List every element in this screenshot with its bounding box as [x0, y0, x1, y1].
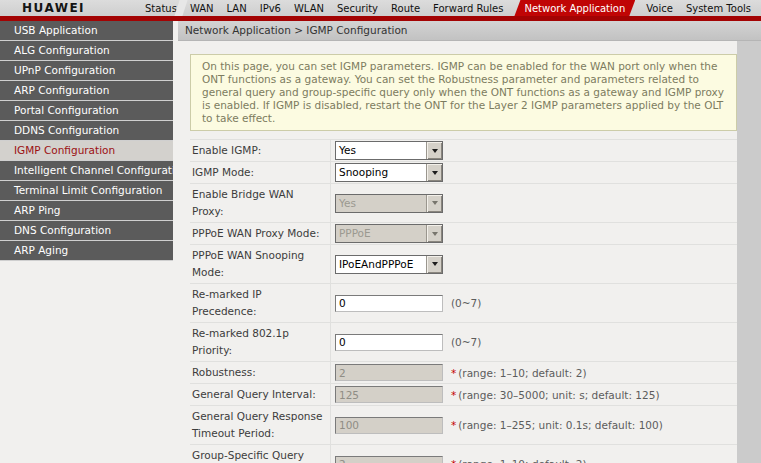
nav-tabs: StatusWANLANIPv6WLANSecurityRouteForward… — [143, 0, 761, 16]
dropdown-arrow-icon[interactable] — [426, 256, 442, 273]
general-query-interval-input — [335, 386, 443, 403]
chevron-down-icon — [432, 262, 438, 266]
enable-bridge-wan-proxy-select: Yes — [335, 194, 443, 213]
sidebar-item-dns-configuration[interactable]: DNS Configuration — [0, 221, 173, 241]
content-body: On this page, you can set IGMP parameter… — [178, 41, 761, 463]
field-control-cell: Yes — [330, 140, 737, 161]
field-label: Re-marked IP Precedence: — [190, 284, 330, 322]
required-asterisk: * — [451, 367, 456, 379]
tab-route[interactable]: Route — [389, 2, 422, 15]
sidebar-item-upnp-configuration[interactable]: UPnP Configuration — [0, 61, 173, 81]
field-label: IGMP Mode: — [190, 162, 330, 183]
main-layout: USB ApplicationALG ConfigurationUPnP Con… — [0, 21, 761, 463]
general-query-response-timeout-period-input — [335, 417, 443, 434]
sidebar-item-terminal-limit-configuration[interactable]: Terminal Limit Configuration — [0, 181, 173, 201]
sidebar-item-arp-aging[interactable]: ARP Aging — [0, 241, 173, 261]
tab-voice[interactable]: Voice — [644, 2, 675, 15]
config-pane: On this page, you can set IGMP parameter… — [178, 41, 737, 463]
field-label: Enable IGMP: — [190, 140, 330, 161]
select-value: PPPoE — [336, 225, 426, 242]
sidebar-item-intelligent-channel-configuration[interactable]: Intelligent Channel Configuration — [0, 161, 173, 181]
hint-text: (range: 1–10; default: 2) — [458, 458, 586, 463]
select-value: IPoEAndPPPoE — [336, 256, 426, 273]
sidebar-item-arp-configuration[interactable]: ARP Configuration — [0, 81, 173, 101]
tab-forward-rules[interactable]: Forward Rules — [431, 2, 505, 15]
field-control-cell: (0~7) — [330, 323, 737, 361]
dropdown-arrow-icon — [426, 195, 442, 212]
tab-lan[interactable]: LAN — [225, 2, 249, 15]
re-marked-802-1p-priority-input[interactable] — [335, 334, 443, 351]
tab-wlan[interactable]: WLAN — [292, 2, 326, 15]
sidebar-item-ddns-configuration[interactable]: DDNS Configuration — [0, 121, 173, 141]
re-marked-ip-precedence-input[interactable] — [335, 295, 443, 312]
content-area: Network Application > IGMP Configuration… — [178, 21, 761, 463]
field-hint: (0~7) — [451, 297, 481, 309]
igmp-mode-select[interactable]: Snooping — [335, 163, 443, 182]
form-row-pppoe-wan-proxy-mode: PPPoE WAN Proxy Mode:PPPoE — [190, 223, 737, 245]
chevron-down-icon — [432, 149, 438, 153]
tab-security[interactable]: Security — [335, 2, 380, 15]
info-notice: On this page, you can set IGMP parameter… — [190, 54, 737, 131]
form-row-re-marked-ip-precedence: Re-marked IP Precedence:(0~7) — [190, 284, 737, 323]
field-control-cell: *(range: 30–5000; unit: s; default: 125) — [330, 384, 737, 405]
form-row-enable-igmp: Enable IGMP:Yes — [190, 140, 737, 162]
tab-system-tools[interactable]: System Tools — [684, 2, 753, 15]
pppoe-wan-proxy-mode-select: PPPoE — [335, 224, 443, 243]
field-label: General Query Response Timeout Period: — [190, 406, 330, 444]
field-hint: *(range: 1–10; default: 2) — [451, 367, 587, 379]
form-row-general-query-interval: General Query Interval:*(range: 30–5000;… — [190, 384, 737, 406]
form-row-igmp-mode: IGMP Mode:Snooping — [190, 162, 737, 184]
tab-network-application[interactable]: Network Application — [514, 0, 635, 16]
field-control-cell: IPoEAndPPPoE — [330, 245, 737, 283]
chevron-down-icon — [432, 201, 438, 205]
robustness-input — [335, 364, 443, 381]
sidebar-item-arp-ping[interactable]: ARP Ping — [0, 201, 173, 221]
select-value: Snooping — [336, 164, 426, 181]
required-asterisk: * — [451, 458, 456, 463]
select-value: Yes — [336, 195, 426, 212]
form-row-enable-bridge-wan-proxy: Enable Bridge WAN Proxy:Yes — [190, 184, 737, 223]
field-hint: *(range: 1–10; default: 2) — [451, 458, 587, 463]
field-hint: (0~7) — [451, 336, 481, 348]
field-control-cell: (0~7) — [330, 284, 737, 322]
sidebar-item-igmp-configuration[interactable]: IGMP Configuration — [0, 141, 173, 161]
group-specific-query-times-input — [335, 456, 443, 463]
sidebar-item-usb-application[interactable]: USB Application — [0, 21, 173, 41]
dropdown-arrow-icon[interactable] — [426, 164, 442, 181]
huawei-logo: HUAWEI — [22, 1, 85, 15]
form-row-robustness: Robustness:*(range: 1–10; default: 2) — [190, 362, 737, 384]
enable-igmp-select[interactable]: Yes — [335, 141, 443, 160]
field-label: PPPoE WAN Snooping Mode: — [190, 245, 330, 283]
tab-wan[interactable]: WAN — [188, 2, 216, 15]
field-hint: *(range: 30–5000; unit: s; default: 125) — [451, 389, 659, 401]
tab-ipv6[interactable]: IPv6 — [258, 2, 283, 15]
dropdown-arrow-icon[interactable] — [426, 142, 442, 159]
hint-text: (range: 1–10; default: 2) — [458, 367, 586, 379]
field-label: PPPoE WAN Proxy Mode: — [190, 223, 330, 244]
chevron-down-icon — [432, 171, 438, 175]
hint-text: (0~7) — [451, 336, 481, 348]
chevron-down-icon — [432, 232, 438, 236]
form-row-re-marked-802-1p-priority: Re-marked 802.1p Priority:(0~7) — [190, 323, 737, 362]
field-control-cell: *(range: 1–10; default: 2) — [330, 445, 737, 463]
field-label: Enable Bridge WAN Proxy: — [190, 184, 330, 222]
pppoe-wan-snooping-mode-select[interactable]: IPoEAndPPPoE — [335, 255, 443, 274]
sidebar-item-portal-configuration[interactable]: Portal Configuration — [0, 101, 173, 121]
required-asterisk: * — [451, 419, 456, 431]
field-label: Re-marked 802.1p Priority: — [190, 323, 330, 361]
form-row-group-specific-query-times: Group-Specific Query Times:*(range: 1–10… — [190, 445, 737, 463]
sidebar-menu: USB ApplicationALG ConfigurationUPnP Con… — [0, 21, 178, 463]
top-navbar: HUAWEI StatusWANLANIPv6WLANSecurityRoute… — [0, 0, 761, 16]
tab-status[interactable]: Status — [143, 2, 179, 15]
field-label: Robustness: — [190, 362, 330, 383]
required-asterisk: * — [451, 389, 456, 401]
hint-text: (range: 30–5000; unit: s; default: 125) — [458, 389, 659, 401]
sidebar-item-alg-configuration[interactable]: ALG Configuration — [0, 41, 173, 61]
right-gutter — [737, 41, 761, 463]
dropdown-arrow-icon — [426, 225, 442, 242]
igmp-config-form: Enable IGMP:YesIGMP Mode:SnoopingEnable … — [190, 139, 737, 463]
field-label: General Query Interval: — [190, 384, 330, 405]
field-hint: *(range: 1–255; unit: 0.1s; default: 100… — [451, 419, 663, 431]
hint-text: (range: 1–255; unit: 0.1s; default: 100) — [458, 419, 663, 431]
field-control-cell: Snooping — [330, 162, 737, 183]
